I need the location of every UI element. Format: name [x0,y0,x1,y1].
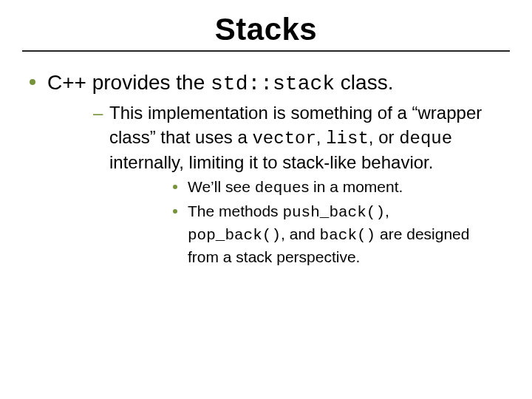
text-segment: class. [335,71,393,94]
text-segment: s in a moment. [301,178,403,195]
text-segment: C++ provides the [47,71,211,94]
text-segment: We’ll see [188,178,255,195]
text-segment: , [385,202,389,219]
bullet-level3: We’ll see deques in a moment. [171,177,482,200]
bullet-level1: C++ provides the std::stack class. – Thi… [27,69,505,268]
text-segment: internally, limiting it to stack-like be… [109,152,433,172]
code-segment: back() [320,227,376,244]
circle-bullet-icon [173,209,177,214]
title-underline [22,50,510,52]
code-segment: pop_back() [188,227,281,244]
text-segment: , and [281,225,320,242]
bullet-list: C++ provides the std::stack class. – Thi… [27,69,505,268]
circle-bullet-icon [30,79,35,85]
bullet-list: – This implementation is something of a … [52,101,501,268]
code-segment: std::stack [211,72,335,95]
text-segment: The methods [188,202,282,219]
bullet-list: We’ll see deques in a moment. The method… [114,177,489,268]
bullet-level2: – This implementation is something of a … [72,101,494,268]
slide-title: Stacks [22,12,510,47]
bullet-level3: The methods push_back(), pop_back(), and… [171,201,482,268]
code-segment: vector [252,129,316,149]
code-segment: list [326,129,369,149]
code-segment: deque [399,129,452,149]
slide: Stacks C++ provides the std::stack class… [0,0,532,399]
dash-bullet-icon: – [93,101,103,126]
circle-bullet-icon [173,185,177,189]
text-segment: , [316,127,326,147]
code-segment: deque [255,180,301,197]
code-segment: push_back() [282,204,385,221]
text-segment: , or [369,127,399,147]
